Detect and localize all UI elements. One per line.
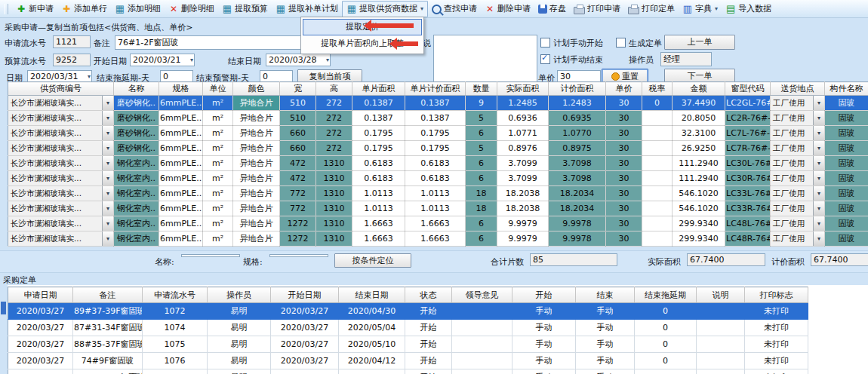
cell-end[interactable]: 手动 xyxy=(576,369,635,374)
cell-part_name[interactable]: 固玻 xyxy=(825,216,868,231)
cell-width[interactable]: 660 xyxy=(280,141,316,156)
cell-price[interactable]: 30 xyxy=(606,201,642,216)
manual-end-checkbox[interactable] xyxy=(540,54,550,64)
cell-width[interactable]: 660 xyxy=(280,126,316,141)
column-header-width[interactable]: 宽 xyxy=(280,82,316,96)
cell-price[interactable]: 30 xyxy=(606,216,642,231)
cell-color[interactable]: 异地合片 xyxy=(233,141,280,156)
cell-piece_calc_area[interactable]: 1.6663 xyxy=(405,216,466,231)
table-row[interactable]: 2020/03/2488#23-27F门页玻1035易明2020/03/2520… xyxy=(8,369,808,374)
cell-end[interactable]: 手动 xyxy=(576,336,635,353)
cell-supplier[interactable]: 长沙市潇湘玻璃实...▾ xyxy=(8,141,114,156)
cell-tax[interactable] xyxy=(642,156,673,171)
cell-operator[interactable]: 易明 xyxy=(208,353,271,369)
cell-start_date[interactable]: 2020/03/27 xyxy=(271,320,339,336)
cell-unit[interactable]: m² xyxy=(203,171,233,186)
column-header-unit[interactable]: 单位 xyxy=(203,82,233,96)
cell-color[interactable]: 异地合片 xyxy=(233,126,280,141)
cell-color[interactable]: 异地合片 xyxy=(233,186,280,201)
column-header-end[interactable]: 结束 xyxy=(576,287,635,303)
cell-apply_no[interactable]: 1076 xyxy=(143,353,208,369)
cell-spec[interactable]: 6mmPLE.. xyxy=(159,171,203,186)
cell-color[interactable]: 异地合片 xyxy=(233,216,280,231)
cell-actual_area[interactable]: 18.2038 xyxy=(497,201,549,216)
cell-apply_date[interactable]: 2020/03/27 xyxy=(8,303,73,320)
cell-qty[interactable]: 6 xyxy=(466,171,497,186)
cell-note[interactable] xyxy=(697,336,745,353)
cell-calc_area[interactable]: 9.9978 xyxy=(549,216,606,231)
column-header-color[interactable]: 颜色 xyxy=(233,82,280,96)
column-header-start_date[interactable]: 开始日期 xyxy=(271,287,339,303)
cell-supplier[interactable]: 长沙市潇湘玻璃实...▾ xyxy=(8,201,114,216)
cell-calc_area[interactable]: 3.7098 xyxy=(549,171,606,186)
cell-delay[interactable]: 0 xyxy=(635,369,697,374)
chevron-down-icon[interactable]: ▾ xyxy=(813,216,824,231)
cell-part_name[interactable]: 固玻 xyxy=(825,96,868,111)
column-header-spec[interactable]: 规格 xyxy=(159,82,203,96)
cell-window_code[interactable]: LC2GL-76#.. xyxy=(725,96,771,111)
chevron-down-icon[interactable]: ▾ xyxy=(813,126,824,140)
extract-budget-button[interactable]: ▦提取预算 xyxy=(218,2,272,17)
table-row[interactable]: 长沙市潇湘玻璃实...▾钢化室内..6mmPLE..m²异地合片47213100… xyxy=(8,171,868,186)
cell-spec[interactable]: 6mmPLE.. xyxy=(159,231,203,247)
cell-piece_area[interactable]: 0.1387 xyxy=(352,111,405,126)
cell-end_date[interactable]: 2020/05/04 xyxy=(339,320,405,336)
cell-name[interactable]: 钢化室内.. xyxy=(114,216,159,231)
cell-unit[interactable]: m² xyxy=(203,216,233,231)
cell-spec[interactable]: 6mmPLE.. xyxy=(159,126,203,141)
cell-tax[interactable] xyxy=(642,141,673,156)
cell-tax[interactable] xyxy=(642,171,673,186)
dictionary-button[interactable]: ▥字典▾ xyxy=(679,2,722,17)
cell-actual_area[interactable]: 0.8976 xyxy=(497,141,549,156)
cell-width[interactable]: 472 xyxy=(280,171,316,186)
cell-name[interactable]: 磨砂钢化.. xyxy=(114,126,159,141)
cell-width[interactable]: 472 xyxy=(280,156,316,171)
cell-tax[interactable] xyxy=(642,201,673,216)
cell-remark[interactable]: 88#23-27F门页玻 xyxy=(73,369,143,374)
cell-color[interactable]: 异地合片 xyxy=(233,156,280,171)
cell-part_name[interactable]: 固玻 xyxy=(825,111,868,126)
chevron-down-icon[interactable]: ▾ xyxy=(813,156,824,170)
chevron-down-icon[interactable]: ▾ xyxy=(813,141,824,155)
cell-delivery[interactable]: 工厂使用▾ xyxy=(771,111,825,126)
cell-tax[interactable] xyxy=(642,111,673,126)
table-row[interactable]: 2020/03/2774#9F窗固玻1076易明2020/03/272020/0… xyxy=(8,353,808,369)
chevron-down-icon[interactable]: ▾ xyxy=(102,216,113,231)
cell-color[interactable]: 异地合片 xyxy=(233,96,280,111)
cell-unit[interactable]: m² xyxy=(203,231,233,247)
cell-window_code[interactable]: LC7L-76#-1FO xyxy=(725,126,771,141)
cell-supplier[interactable]: 长沙市潇湘玻璃实...▾ xyxy=(8,216,114,231)
cell-supplier[interactable]: 长沙市潇湘玻璃实...▾ xyxy=(8,126,114,141)
cell-color[interactable]: 异地合片 xyxy=(233,231,280,247)
cell-delivery[interactable]: 工厂使用▾ xyxy=(771,126,825,141)
cell-calc_area[interactable]: 3.7098 xyxy=(549,156,606,171)
cell-piece_area[interactable]: 1.6663 xyxy=(352,231,405,247)
cell-width[interactable]: 772 xyxy=(280,186,316,201)
cell-delay[interactable]: 0 xyxy=(635,320,697,336)
cell-delivery[interactable]: 工厂使用▾ xyxy=(771,186,825,201)
cell-tax[interactable] xyxy=(642,231,673,247)
cell-tax[interactable] xyxy=(642,216,673,231)
cell-leader_opinion[interactable] xyxy=(452,369,512,374)
cell-piece_calc_area[interactable]: 1.0113 xyxy=(405,186,466,201)
cell-height[interactable]: 272 xyxy=(316,96,352,111)
cell-operator[interactable]: 易明 xyxy=(208,320,271,336)
cell-calc_area[interactable]: 0.8975 xyxy=(549,141,606,156)
cell-amount[interactable]: 546.1020 xyxy=(673,186,725,201)
cell-end[interactable]: 手动 xyxy=(576,303,635,320)
chevron-down-icon[interactable]: ▾ xyxy=(85,73,91,80)
cell-delivery[interactable]: 工厂使用▾ xyxy=(771,231,825,247)
cell-piece_calc_area[interactable]: 0.6183 xyxy=(405,171,466,186)
table-row[interactable]: 长沙市潇湘玻璃实...▾钢化室内..6mmPLE..m²异地合片47213100… xyxy=(8,156,868,171)
cell-window_code[interactable]: LC48R-76#.. xyxy=(725,231,771,247)
cell-name[interactable]: 钢化室内.. xyxy=(114,201,159,216)
cell-end_date[interactable]: 2020/04/12 xyxy=(339,353,405,369)
cell-part_name[interactable]: 固玻 xyxy=(825,186,868,201)
print-request-button[interactable]: 打印申请 xyxy=(570,2,624,17)
column-header-qty[interactable]: 数量 xyxy=(466,82,497,96)
table-row[interactable]: 长沙市潇湘玻璃实...▾磨砂钢化..6mmPLE..m²异地合片5102720.… xyxy=(8,111,868,126)
column-header-start[interactable]: 开始 xyxy=(512,287,576,303)
cell-amount[interactable]: 299.9340 xyxy=(673,216,725,231)
cell-qty[interactable]: 18 xyxy=(466,186,497,201)
cell-start_date[interactable]: 2020/03/27 xyxy=(271,353,339,369)
